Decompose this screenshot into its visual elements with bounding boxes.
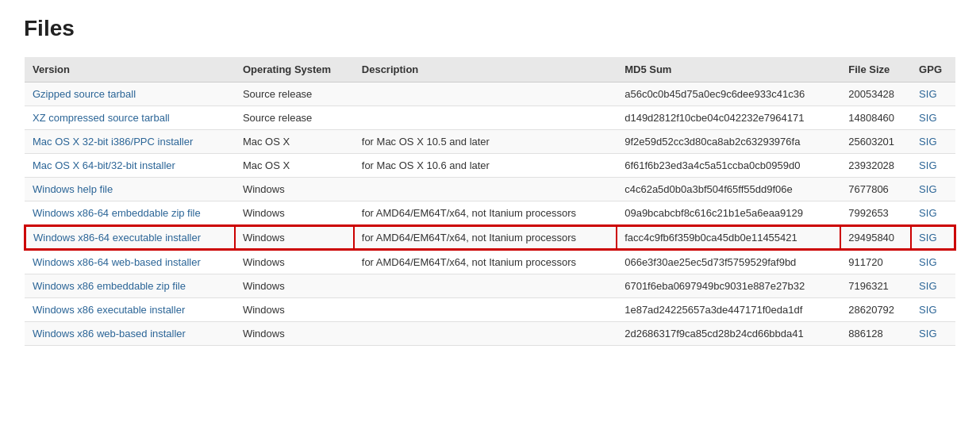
gpg-cell[interactable]: SIG: [911, 225, 955, 250]
table-row: Windows x86-64 web-based installerWindow…: [25, 250, 955, 274]
filesize-cell: 7992653: [840, 201, 911, 226]
filesize-cell: 886128: [840, 322, 911, 346]
gpg-cell[interactable]: SIG: [911, 130, 955, 154]
md5-cell: 6f61f6b23ed3a4c5a51ccba0cb0959d0: [617, 154, 840, 178]
version-cell[interactable]: XZ compressed source tarball: [25, 106, 235, 130]
column-header-filesize: File Size: [840, 57, 911, 82]
table-row: Windows x86-64 embeddable zip fileWindow…: [25, 201, 955, 226]
version-cell[interactable]: Windows x86 web-based installer: [25, 322, 235, 346]
os-cell: Windows: [235, 178, 354, 201]
os-cell: Windows: [235, 322, 354, 346]
os-cell: Mac OS X: [235, 130, 354, 154]
gpg-cell[interactable]: SIG: [911, 250, 955, 274]
description-cell: for AMD64/EM64T/x64, not Itanium process…: [354, 225, 617, 250]
filesize-cell: 7677806: [840, 178, 911, 201]
version-cell[interactable]: Windows help file: [25, 178, 235, 201]
version-cell[interactable]: Windows x86-64 embeddable zip file: [25, 201, 235, 226]
filesize-cell: 28620792: [840, 298, 911, 322]
os-cell: Source release: [235, 106, 354, 130]
filesize-cell: 23932028: [840, 154, 911, 178]
description-cell: for Mac OS X 10.5 and later: [354, 130, 617, 154]
md5-cell: d149d2812f10cbe04c042232e7964171: [617, 106, 840, 130]
table-row: Windows x86 embeddable zip fileWindows67…: [25, 274, 955, 298]
filesize-cell: 20053428: [840, 82, 911, 106]
md5-cell: 09a9bcabcbf8c616c21b1e5a6eaa9129: [617, 201, 840, 226]
files-table: VersionOperating SystemDescriptionMD5 Su…: [24, 57, 956, 346]
gpg-cell[interactable]: SIG: [911, 106, 955, 130]
gpg-cell[interactable]: SIG: [911, 178, 955, 201]
table-row: Windows help fileWindowsc4c62a5d0b0a3bf5…: [25, 178, 955, 201]
description-cell: [354, 298, 617, 322]
version-cell[interactable]: Mac OS X 32-bit i386/PPC installer: [25, 130, 235, 154]
description-cell: [354, 178, 617, 201]
page-title: Files: [24, 16, 956, 41]
description-cell: [354, 106, 617, 130]
gpg-cell[interactable]: SIG: [911, 82, 955, 106]
column-header-gpg: GPG: [911, 57, 955, 82]
md5-cell: 1e87ad24225657a3de447171f0eda1df: [617, 298, 840, 322]
table-row: Mac OS X 64-bit/32-bit installerMac OS X…: [25, 154, 955, 178]
os-cell: Windows: [235, 201, 354, 226]
description-cell: for AMD64/EM64T/x64, not Itanium process…: [354, 250, 617, 274]
os-cell: Mac OS X: [235, 154, 354, 178]
gpg-cell[interactable]: SIG: [911, 274, 955, 298]
description-cell: [354, 274, 617, 298]
os-cell: Windows: [235, 298, 354, 322]
header-row: VersionOperating SystemDescriptionMD5 Su…: [25, 57, 955, 82]
table-row: XZ compressed source tarballSource relea…: [25, 106, 955, 130]
version-cell[interactable]: Windows x86 embeddable zip file: [25, 274, 235, 298]
filesize-cell: 911720: [840, 250, 911, 274]
description-cell: for AMD64/EM64T/x64, not Itanium process…: [354, 201, 617, 226]
gpg-cell[interactable]: SIG: [911, 298, 955, 322]
description-cell: [354, 82, 617, 106]
table-body: Gzipped source tarballSource releasea56c…: [25, 82, 955, 346]
version-cell[interactable]: Gzipped source tarball: [25, 82, 235, 106]
gpg-cell[interactable]: SIG: [911, 322, 955, 346]
gpg-cell[interactable]: SIG: [911, 201, 955, 226]
md5-cell: 2d2686317f9ca85cd28b24cd66bbda41: [617, 322, 840, 346]
table-row: Gzipped source tarballSource releasea56c…: [25, 82, 955, 106]
os-cell: Windows: [235, 274, 354, 298]
md5-cell: 9f2e59d52cc3d80ca8ab2c63293976fa: [617, 130, 840, 154]
column-header-os: Operating System: [235, 57, 354, 82]
version-cell[interactable]: Windows x86-64 web-based installer: [25, 250, 235, 274]
md5-cell: c4c62a5d0b0a3bf504f65ff55dd9f06e: [617, 178, 840, 201]
filesize-cell: 14808460: [840, 106, 911, 130]
md5-cell: facc4c9fb6f359b0ca45db0e11455421: [617, 225, 840, 250]
version-cell[interactable]: Windows x86 executable installer: [25, 298, 235, 322]
filesize-cell: 25603201: [840, 130, 911, 154]
md5-cell: 066e3f30ae25ec5d73f5759529faf9bd: [617, 250, 840, 274]
table-row: Mac OS X 32-bit i386/PPC installerMac OS…: [25, 130, 955, 154]
md5-cell: 6701f6eba0697949bc9031e887e27b32: [617, 274, 840, 298]
table-row: Windows x86 executable installerWindows1…: [25, 298, 955, 322]
filesize-cell: 7196321: [840, 274, 911, 298]
filesize-cell: 29495840: [840, 225, 911, 250]
os-cell: Source release: [235, 82, 354, 106]
description-cell: [354, 322, 617, 346]
md5-cell: a56c0c0b45d75a0ec9c6dee933c41c36: [617, 82, 840, 106]
column-header-version: Version: [25, 57, 235, 82]
table-row: Windows x86 web-based installerWindows2d…: [25, 322, 955, 346]
column-header-md5: MD5 Sum: [617, 57, 840, 82]
gpg-cell[interactable]: SIG: [911, 154, 955, 178]
version-cell[interactable]: Mac OS X 64-bit/32-bit installer: [25, 154, 235, 178]
description-cell: for Mac OS X 10.6 and later: [354, 154, 617, 178]
os-cell: Windows: [235, 225, 354, 250]
table-row: Windows x86-64 executable installerWindo…: [25, 225, 955, 250]
version-cell[interactable]: Windows x86-64 executable installer: [25, 225, 235, 250]
table-header: VersionOperating SystemDescriptionMD5 Su…: [25, 57, 955, 82]
os-cell: Windows: [235, 250, 354, 274]
column-header-description: Description: [354, 57, 617, 82]
